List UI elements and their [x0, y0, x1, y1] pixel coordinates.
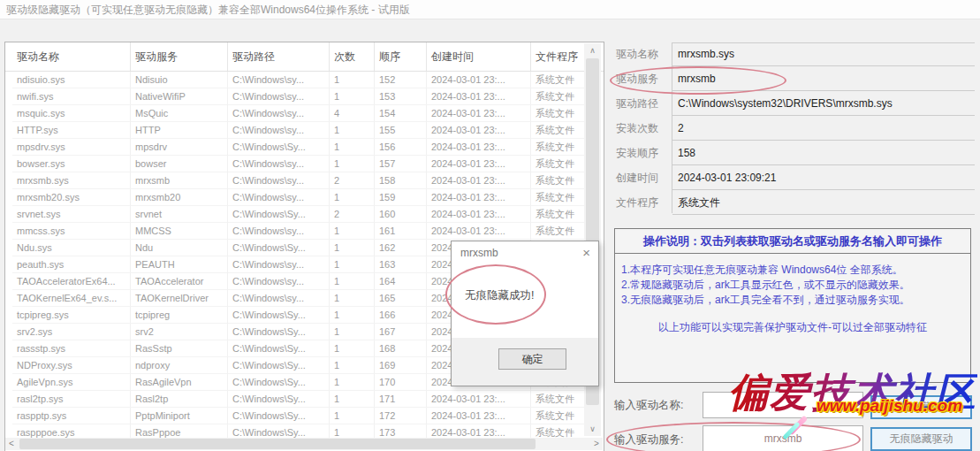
cell-driver-path: C:\Windows\sy...: [228, 72, 330, 88]
table-row[interactable]: ndisuio.sys Ndisuio C:\Windows\sy... 1 1…: [5, 72, 604, 88]
cell-driver-service: mpsdrv: [131, 139, 228, 156]
cell-driver-path: C:\Windows\sy...: [228, 273, 330, 290]
detail-value-driver-path: C:\Windows\system32\DRIVERS\mrxsmb.sys: [672, 92, 975, 116]
cell-driver-name: HTTP.sys: [12, 122, 131, 139]
cell-count: 1: [330, 72, 375, 88]
cell-order: 169: [375, 357, 427, 374]
cell-driver-path: C:\Windows\sy...: [228, 88, 330, 105]
cell-driver-name: mrxsmb.sys: [12, 172, 131, 189]
column-header-file-type[interactable]: 文件程序: [531, 42, 584, 71]
cell-count: 1: [330, 223, 375, 240]
cell-driver-service: RasSstp: [131, 340, 228, 357]
cell-created: 2024-03-01 23:...: [427, 156, 531, 172]
cell-driver-service: RasAgileVpn: [131, 374, 228, 391]
ok-button[interactable]: 确定: [498, 348, 566, 370]
cell-driver-name: rasl2tp.sys: [12, 391, 131, 408]
cell-order: 168: [375, 340, 427, 357]
table-row[interactable]: bowser.sys bowser C:\Windows\sy... 1 157…: [5, 156, 604, 172]
cell-count: 1: [330, 189, 375, 206]
cell-driver-name: Ndu.sys: [12, 240, 131, 256]
cell-driver-path: C:\Windows\Sy...: [228, 340, 330, 357]
cell-driver-name: mrxsmb20.sys: [12, 189, 131, 206]
table-row[interactable]: msquic.sys MsQuic C:\Windows\sy... 4 154…: [5, 105, 604, 122]
scroll-right-icon[interactable]: >: [590, 438, 603, 450]
table-row[interactable]: mrxsmb20.sys mrxsmb20 C:\Windows\sy... 1…: [5, 189, 604, 206]
cell-created: 2024-03-01 23:...: [427, 88, 531, 105]
cell-driver-service: MsQuic: [131, 105, 228, 122]
cell-created: 2024-03-01 23:...: [427, 206, 531, 223]
cell-count: 2: [330, 172, 375, 189]
cell-count: 2: [330, 206, 375, 223]
cell-driver-service: srvnet: [131, 206, 228, 223]
traceless-hide-button[interactable]: 无痕隐藏驱动: [870, 427, 972, 451]
table-row[interactable]: mrxsmb.sys mrxsmb C:\Windows\sy... 2 158…: [5, 172, 604, 189]
detail-value-install-count: 2: [672, 117, 975, 141]
instruction-line-1: 1.本程序可实现任意无痕驱动兼容 Windows64位 全部系统。: [621, 263, 964, 278]
instruction-line-2: 2.常规隐藏驱动后，ark工具显示红色，或不显示的隐藏效果。: [621, 278, 964, 293]
cell-count: 1: [330, 290, 375, 307]
watermark-url: www.paijishu.com: [817, 396, 962, 416]
close-icon[interactable]: ×: [582, 245, 590, 261]
horizontal-scrollbar-thumb[interactable]: [19, 439, 536, 449]
cell-driver-name: mpsdrv.sys: [12, 139, 131, 156]
cell-driver-path: C:\Windows\Sy...: [228, 307, 330, 324]
column-header-driver-service[interactable]: 驱动服务: [131, 42, 228, 71]
cell-created: 2024-03-01 23:...: [427, 122, 531, 139]
cell-count: 1: [330, 273, 375, 290]
cell-file-type: 系统文件: [531, 72, 584, 88]
cell-driver-path: C:\Windows\sy...: [228, 256, 330, 273]
cell-driver-name: srv2.sys: [12, 324, 131, 340]
column-header-driver-name[interactable]: 驱动名称: [12, 42, 131, 71]
cell-driver-path: C:\Windows\sy...: [228, 156, 330, 172]
table-row[interactable]: mpsdrv.sys mpsdrv C:\Windows\Sy... 1 156…: [5, 139, 604, 156]
cell-file-type: 系统文件: [531, 88, 584, 105]
column-header-order[interactable]: 顺序: [375, 42, 427, 71]
cell-driver-name: nwifi.sys: [12, 88, 131, 105]
cell-order: 172: [375, 408, 427, 424]
horizontal-scrollbar[interactable]: < >: [5, 438, 603, 450]
column-header-driver-path[interactable]: 驱动路径: [228, 42, 330, 71]
cell-order: 154: [375, 105, 427, 122]
detail-label-driver-path: 驱动路径: [616, 92, 671, 116]
cell-order: 166: [375, 307, 427, 324]
cell-file-type: 系统文件: [531, 206, 584, 223]
cell-order: 162: [375, 240, 427, 256]
detail-label-file-type: 文件程序: [616, 191, 671, 215]
instructions-footer: 以上功能可以实现完善保护驱动文件-可以过全部驱动特征: [621, 320, 964, 335]
column-header-count[interactable]: 次数: [330, 42, 375, 71]
cell-order: 170: [375, 374, 427, 391]
cell-count: 4: [330, 105, 375, 122]
driver-table-header: 驱动名称 驱动服务 驱动路径 次数 顺序 创建时间 文件程序: [5, 42, 604, 72]
cell-file-type: 系统文件: [531, 391, 584, 408]
cell-driver-name: AgileVpn.sys: [12, 374, 131, 391]
cell-order: 157: [375, 156, 427, 172]
detail-label-driver-service: 驱动服务: [616, 67, 671, 91]
cell-driver-path: C:\Windows\sy...: [228, 105, 330, 122]
detail-label-driver-name: 驱动名称: [616, 42, 671, 66]
cell-order: 156: [375, 139, 427, 156]
cell-driver-service: Rasl2tp: [131, 391, 228, 408]
dialog-message: 无痕隐藏成功!: [465, 288, 534, 303]
cell-file-type: 系统文件: [531, 122, 584, 139]
driver-name-input-label: 输入驱动名称:: [614, 398, 683, 413]
cell-driver-service: TAOAccelerator: [131, 273, 228, 290]
cell-count: 1: [330, 324, 375, 340]
column-header-created[interactable]: 创建时间: [427, 42, 531, 71]
cell-created: 2024-03-01 23:...: [427, 139, 531, 156]
cell-count: 1: [330, 307, 375, 324]
cell-driver-path: C:\Windows\Sy...: [228, 324, 330, 340]
table-row[interactable]: raspptp.sys PptpMiniport C:\Windows\Sy..…: [5, 408, 604, 424]
table-row[interactable]: mmcss.sys MMCSS C:\Windows\sy... 1 161 2…: [5, 223, 604, 240]
scroll-down-icon[interactable]: ∨: [584, 422, 601, 436]
cell-driver-path: C:\Windows\Sy...: [228, 240, 330, 256]
cell-file-type: 系统文件: [531, 408, 584, 424]
scroll-up-icon[interactable]: ∧: [584, 43, 601, 57]
table-row[interactable]: srvnet.sys srvnet C:\Windows\Sy... 2 160…: [5, 206, 604, 223]
table-row[interactable]: rasl2tp.sys Rasl2tp C:\Windows\Sy... 1 1…: [5, 391, 604, 408]
cell-driver-service: PptpMiniport: [131, 408, 228, 424]
table-row[interactable]: HTTP.sys HTTP C:\Windows\sy... 1 155 202…: [5, 122, 604, 139]
table-row[interactable]: nwifi.sys NativeWifiP C:\Windows\sy... 1…: [5, 88, 604, 105]
scroll-left-icon[interactable]: <: [5, 438, 18, 450]
detail-label-install-order: 安装顺序: [616, 141, 671, 165]
cell-order: 155: [375, 122, 427, 139]
